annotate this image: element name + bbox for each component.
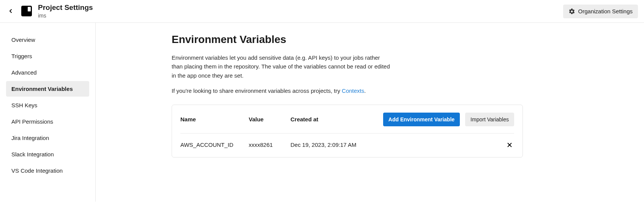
org-settings-label: Organization Settings (578, 8, 633, 14)
contexts-suffix: . (364, 87, 366, 94)
card-actions: Add Environment Variable Import Variable… (383, 113, 514, 126)
contexts-prefix: If you're looking to share environment v… (172, 87, 342, 94)
sidebar: Overview Triggers Advanced Environment V… (0, 23, 96, 202)
sidebar-item-label: Jira Integration (11, 135, 49, 141)
sidebar-item-jira[interactable]: Jira Integration (6, 130, 89, 146)
sidebar-item-vscode[interactable]: VS Code Integration (6, 163, 89, 178)
sidebar-item-label: SSH Keys (11, 102, 37, 108)
sidebar-item-env-vars[interactable]: Environment Variables (6, 81, 89, 97)
sidebar-item-api-permissions[interactable]: API Permissions (6, 114, 89, 129)
contexts-hint: If you're looking to share environment v… (172, 87, 626, 94)
sidebar-item-label: Environment Variables (11, 86, 73, 92)
row-value: xxxx8261 (249, 142, 290, 148)
sidebar-item-advanced[interactable]: Advanced (6, 65, 89, 80)
page-header-subtitle: ims (38, 12, 93, 19)
sidebar-item-label: API Permissions (11, 118, 53, 125)
org-settings-button[interactable]: Organization Settings (563, 5, 638, 18)
close-icon (506, 142, 513, 148)
sidebar-item-label: Overview (11, 37, 35, 43)
sidebar-item-triggers[interactable]: Triggers (6, 48, 89, 64)
back-button[interactable] (6, 6, 15, 16)
col-header-value: Value (249, 116, 290, 122)
chevron-left-icon (8, 8, 14, 14)
col-header-created: Created at (290, 116, 383, 122)
project-icon (21, 6, 32, 16)
header-left: Project Settings ims (6, 3, 93, 19)
top-header: Project Settings ims Organization Settin… (0, 0, 644, 23)
table-row: AWS_ACCOUNT_ID xxxx8261 Dec 19, 2023, 2:… (180, 134, 514, 150)
row-name: AWS_ACCOUNT_ID (180, 142, 249, 148)
sidebar-item-slack[interactable]: Slack Integration (6, 146, 89, 162)
row-created: Dec 19, 2023, 2:09:17 AM (290, 142, 505, 148)
sidebar-item-ssh-keys[interactable]: SSH Keys (6, 97, 89, 113)
gear-icon (568, 8, 575, 15)
card-header: Name Value Created at Add Environment Va… (180, 113, 514, 134)
sidebar-item-overview[interactable]: Overview (6, 32, 89, 48)
env-vars-card: Name Value Created at Add Environment Va… (172, 105, 523, 157)
title-block: Project Settings ims (38, 3, 93, 19)
description: Environment variables let you add sensit… (172, 53, 392, 80)
sidebar-item-label: Slack Integration (11, 151, 54, 157)
sidebar-item-label: Advanced (11, 69, 37, 76)
sidebar-item-label: Triggers (11, 53, 32, 59)
import-vars-button[interactable]: Import Variables (465, 113, 514, 126)
col-header-name: Name (180, 116, 249, 122)
page-header-title: Project Settings (38, 3, 93, 12)
main-content: Environment Variables Environment variab… (96, 23, 644, 202)
page-title: Environment Variables (172, 33, 626, 46)
sidebar-item-label: VS Code Integration (11, 167, 63, 174)
delete-row-button[interactable] (505, 140, 514, 150)
add-env-var-button[interactable]: Add Environment Variable (383, 113, 460, 126)
contexts-link[interactable]: Contexts (342, 87, 364, 94)
